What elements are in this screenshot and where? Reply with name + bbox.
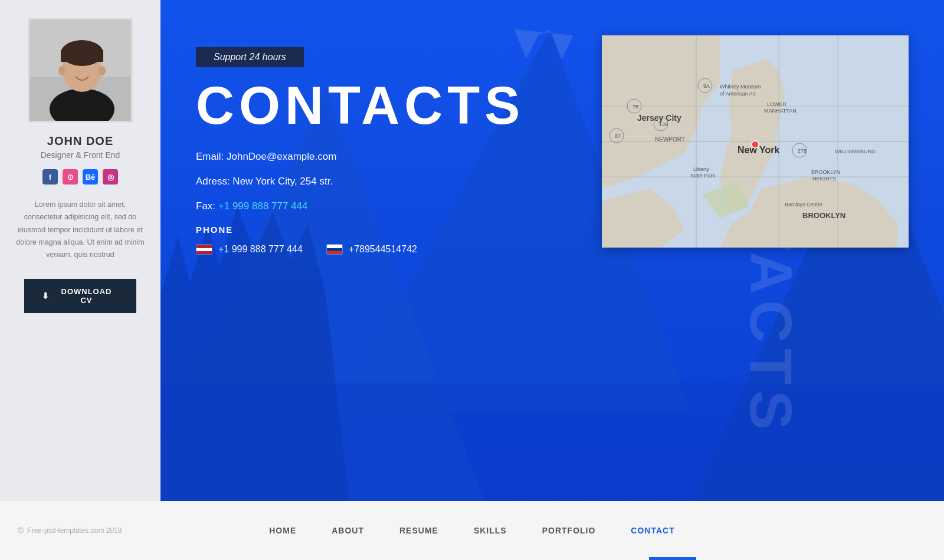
copyright-text: Free-psd-templates.com 2018 (27, 526, 122, 535)
svg-text:State Park: State Park (690, 173, 716, 179)
svg-text:78: 78 (632, 104, 638, 110)
nav-resume[interactable]: RESUME (399, 526, 438, 535)
svg-text:NEWPORT: NEWPORT (655, 136, 685, 143)
svg-text:9A: 9A (703, 83, 710, 89)
svg-point-53 (752, 141, 759, 148)
phone-us-number: +1 999 888 777 444 (218, 244, 303, 255)
svg-text:WILLIAMSBURG: WILLIAMSBURG (835, 149, 876, 154)
svg-text:BROOKLYN: BROOKLYN (811, 169, 840, 175)
email-label: Email: (196, 151, 227, 162)
main-content: CONTACTS (160, 0, 944, 501)
nav-portfolio[interactable]: PORTFOLIO (542, 526, 596, 535)
svg-text:of American Art: of American Art (720, 91, 756, 97)
instagram-icon[interactable]: ◎ (103, 169, 118, 185)
phone-ru-number: +789544514742 (349, 244, 417, 255)
svg-text:87: 87 (615, 133, 621, 139)
address-label: Adress: (196, 176, 232, 187)
flag-us (196, 244, 212, 255)
fax-label: Fax: (196, 200, 218, 212)
copyright-icon: © (18, 526, 24, 535)
svg-text:Barclays Center: Barclays Center (785, 202, 822, 207)
behance-icon[interactable]: Bē (83, 169, 98, 185)
map-svg: Jersey City New York BROOKLYN NEWPORT Wh… (602, 35, 909, 248)
nav-skills[interactable]: SKILLS (474, 526, 507, 535)
flag-ru (326, 244, 343, 255)
sidebar-name: JOHN DOE (47, 134, 113, 148)
svg-text:Whitney Museum: Whitney Museum (720, 84, 761, 90)
download-btn-label: DOWNLOAD CV (54, 287, 119, 305)
avatar (28, 18, 133, 123)
email-value: JohnDoe@example.com (227, 151, 336, 162)
address-value: New York City, 254 str. (232, 176, 333, 187)
svg-rect-6 (61, 50, 103, 62)
download-cv-button[interactable]: ⬇ DOWNLOAD CV (24, 279, 136, 313)
svg-text:278: 278 (798, 148, 807, 154)
nav-active-indicator (649, 557, 696, 560)
nav-contact[interactable]: CONTACT (631, 526, 674, 535)
svg-point-8 (99, 66, 106, 75)
nav-about[interactable]: ABOUT (332, 526, 364, 535)
sidebar: JOHN DOE Designer & Front End f ⊙ Bē ◎ L… (0, 0, 160, 501)
svg-text:BROOKLYN: BROOKLYN (802, 211, 845, 220)
dribbble-icon[interactable]: ⊙ (63, 169, 78, 185)
fax-value: +1 999 888 777 444 (218, 200, 308, 212)
nav-links: HOME ABOUT RESUME SKILLS PORTFOLIO CONTA… (269, 525, 675, 536)
support-badge: Support 24 hours (196, 47, 304, 67)
map-container: Jersey City New York BROOKLYN NEWPORT Wh… (602, 35, 909, 248)
svg-text:139: 139 (659, 121, 668, 127)
svg-text:MANHATTAN: MANHATTAN (764, 108, 796, 114)
download-icon: ⬇ (42, 291, 50, 301)
facebook-icon[interactable]: f (42, 169, 58, 185)
svg-point-7 (58, 66, 65, 75)
svg-text:HEIGHTS: HEIGHTS (812, 176, 836, 182)
social-icons: f ⊙ Bē ◎ (42, 169, 118, 185)
sidebar-bio: Lorem ipsum dolor sit amet, consectetur … (12, 199, 149, 261)
phone-us: +1 999 888 777 444 (196, 244, 303, 255)
svg-text:Liberty: Liberty (693, 166, 710, 172)
footer-copyright: © Free-psd-templates.com 2018 (18, 526, 122, 535)
svg-text:New York: New York (738, 145, 780, 155)
nav-home[interactable]: HOME (269, 526, 296, 535)
phone-ru: +789544514742 (326, 244, 417, 255)
svg-text:LOWER: LOWER (767, 101, 787, 107)
sidebar-profession: Designer & Front End (41, 150, 120, 160)
footer-nav: © Free-psd-templates.com 2018 HOME ABOUT… (0, 501, 944, 560)
